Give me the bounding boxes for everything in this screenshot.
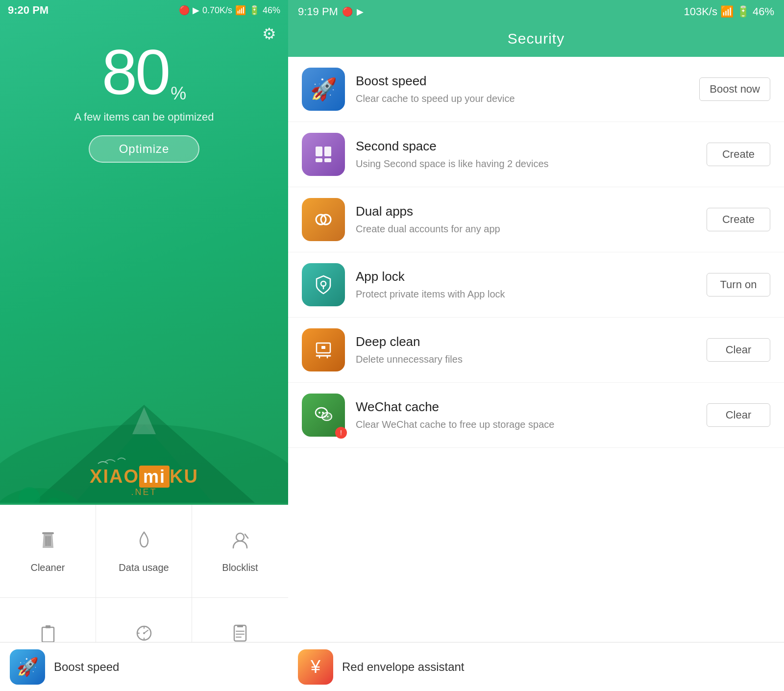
svg-point-45 [327, 416, 329, 418]
battery-percent-left: 46% [263, 5, 280, 16]
app-lock-title: App lock [356, 269, 696, 284]
second-space-text: Second space Using Second space is like … [356, 139, 696, 171]
second-space-action[interactable]: Create [707, 143, 770, 166]
wechat-title: WeChat cache [356, 399, 696, 415]
blocklist-label: Blocklist [222, 562, 258, 573]
optimize-button[interactable]: Optimize [89, 135, 200, 163]
boost-speed-desc: Clear cache to speed up your device [356, 92, 688, 105]
svg-rect-28 [324, 147, 331, 156]
svg-rect-30 [324, 158, 331, 162]
data-usage-icon [133, 529, 155, 556]
svg-line-13 [245, 534, 248, 538]
red-envelope-label: Red envelope assistant [342, 660, 465, 674]
status-bar-right: 9:19 PM 🔴 ▶ 103K/s 📶 🔋 46% [288, 0, 784, 24]
data-usage-label: Data usage [119, 562, 169, 573]
wifi-icon: 📶 [235, 5, 246, 16]
svg-rect-29 [316, 158, 322, 162]
grid-item-blocklist[interactable]: Blocklist [192, 505, 288, 598]
battery-percent-right: 46% [753, 5, 774, 18]
second-space-icon [302, 133, 345, 176]
security-header: Security [288, 24, 784, 57]
right-panel: 9:19 PM 🔴 ▶ 103K/s 📶 🔋 46% Security 🚀 Bo… [288, 0, 784, 691]
grid-item-cleaner[interactable]: Cleaner [0, 505, 96, 598]
dual-apps-text: Dual apps Create dual accounts for any a… [356, 204, 696, 236]
app-lock-icon [302, 263, 345, 306]
wechat-text: WeChat cache Clear WeChat cache to free … [356, 399, 696, 431]
second-space-desc: Using Second space is like having 2 devi… [356, 157, 696, 171]
bottom-preview-right: ¥ Red envelope assistant [288, 642, 784, 691]
blocklist-icon [229, 529, 251, 556]
boost-speed-action[interactable]: Boost now [699, 77, 770, 101]
boost-speed-icon: 🚀 [302, 68, 345, 111]
left-panel: 9:20 PM 🔴 ▶ 0.70K/s 📶 🔋 46% ⚙ 80 % A few… [0, 0, 288, 691]
svg-rect-23 [237, 625, 243, 627]
dual-apps-icon [302, 198, 345, 241]
svg-point-43 [322, 413, 332, 420]
status-icons-left: 🔴 ▶ 0.70K/s 📶 🔋 46% [179, 5, 280, 16]
security-item-second-space: Second space Using Second space is like … [288, 122, 784, 187]
security-item-app-lock: App lock Protect private items with App … [288, 252, 784, 318]
svg-point-44 [324, 416, 326, 418]
security-title: Security [288, 30, 784, 47]
security-item-boost-speed: 🚀 Boost speed Clear cache to speed up yo… [288, 57, 784, 122]
wechat-badge: ! [335, 427, 347, 439]
dual-apps-desc: Create dual accounts for any app [356, 222, 696, 236]
red-envelope-icon: ¥ [298, 649, 333, 685]
cleaner-icon [37, 529, 59, 556]
play-icon-right: ▶ [357, 6, 364, 17]
deep-clean-title: Deep clean [356, 334, 696, 349]
network-speed-right: 103K/s [684, 5, 717, 18]
status-bar-left: 9:20 PM 🔴 ▶ 0.70K/s 📶 🔋 46% [0, 0, 288, 21]
play-icon: ▶ [193, 5, 199, 16]
security-item-wechat: ! WeChat cache Clear WeChat cache to fre… [288, 383, 784, 448]
svg-line-21 [144, 630, 148, 633]
app-lock-text: App lock Protect private items with App … [356, 269, 696, 301]
time-left: 9:20 PM [8, 4, 49, 17]
score-section: 80 % A few items can be optimized Optimi… [0, 40, 288, 163]
svg-rect-27 [316, 147, 322, 156]
boost-speed-preview-label-left: Boost speed [54, 660, 119, 674]
wifi-icon-right: 📶 [720, 5, 734, 18]
status-left-right: 9:19 PM 🔴 ▶ [298, 5, 364, 18]
score-percent: % [171, 83, 186, 104]
score-number: 80 [102, 40, 169, 104]
dual-apps-action[interactable]: Create [707, 208, 770, 231]
svg-rect-8 [42, 532, 54, 534]
score-subtitle: A few items can be optimized [74, 111, 214, 123]
settings-icon[interactable]: ⚙ [262, 25, 276, 43]
security-item-dual-apps: Dual apps Create dual accounts for any a… [288, 187, 784, 252]
deep-clean-action[interactable]: Clear [707, 338, 770, 362]
boost-speed-title: Boost speed [356, 74, 688, 89]
wechat-action[interactable]: Clear [707, 403, 770, 427]
deep-clean-desc: Delete unnecessary files [356, 352, 696, 366]
app-lock-action[interactable]: Turn on [707, 273, 770, 296]
svg-point-41 [318, 412, 320, 414]
wechat-desc: Clear WeChat cache to free up storage sp… [356, 418, 696, 431]
security-list: 🚀 Boost speed Clear cache to speed up yo… [288, 57, 784, 642]
svg-rect-15 [46, 625, 50, 628]
status-right-right: 103K/s 📶 🔋 46% [684, 5, 774, 18]
security-item-deep-clean: Deep clean Delete unnecessary files Clea… [288, 318, 784, 383]
notification-icon: 🔴 [179, 5, 190, 16]
deep-clean-icon [302, 328, 345, 371]
battery-icon-right: 🔋 [736, 5, 750, 18]
svg-rect-14 [42, 627, 54, 642]
svg-rect-22 [234, 625, 246, 641]
cleaner-label: Cleaner [30, 562, 65, 573]
svg-rect-39 [321, 346, 325, 349]
dual-apps-title: Dual apps [356, 204, 696, 219]
network-speed-left: 0.70K/s [202, 5, 232, 16]
wechat-icon: ! [302, 394, 345, 437]
deep-clean-text: Deep clean Delete unnecessary files [356, 334, 696, 366]
svg-point-12 [236, 533, 244, 541]
grid-item-data-usage[interactable]: Data usage [96, 505, 192, 598]
time-right: 9:19 PM [298, 5, 338, 18]
bottom-preview-left: 🚀 Boost speed [0, 642, 288, 691]
boost-speed-text: Boost speed Clear cache to speed up your… [356, 74, 688, 105]
watermark: XIAOmiKU .NET [0, 466, 288, 497]
second-space-title: Second space [356, 139, 696, 154]
notif-icon-right: 🔴 [342, 6, 353, 17]
boost-speed-preview-icon-left: 🚀 [10, 649, 45, 685]
battery-icon-left: 🔋 [249, 5, 260, 16]
app-lock-desc: Protect private items with App lock [356, 287, 696, 301]
